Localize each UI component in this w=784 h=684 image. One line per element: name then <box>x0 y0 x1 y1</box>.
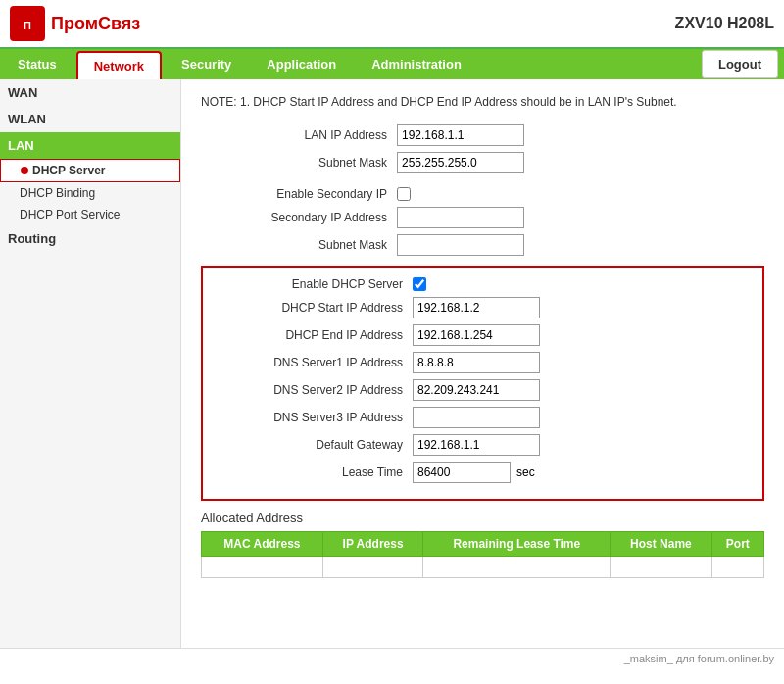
dns2-row: DNS Server2 IP Address <box>217 379 749 401</box>
nav-bar: Status Network Security Application Admi… <box>0 49 784 79</box>
subnet-mask-2-row: Subnet Mask <box>201 234 764 256</box>
nav-administration[interactable]: Administration <box>354 49 479 79</box>
dhcp-start-row: DHCP Start IP Address <box>217 297 749 318</box>
col-port: Port <box>711 532 763 557</box>
col-mac: MAC Address <box>202 532 323 557</box>
lan-ip-row: LAN IP Address <box>201 124 764 146</box>
secondary-ip-row: Secondary IP Address <box>201 207 764 228</box>
enable-dhcp-checkbox[interactable] <box>413 277 426 291</box>
enable-dhcp-row: Enable DHCP Server <box>217 277 749 291</box>
dhcp-start-input[interactable] <box>413 297 540 318</box>
dns3-label: DNS Server3 IP Address <box>217 411 413 424</box>
secondary-ip-label: Secondary IP Address <box>201 211 397 224</box>
content-area: NOTE: 1. DHCP Start IP Address and DHCP … <box>181 79 784 648</box>
dhcp-end-row: DHCP End IP Address <box>217 324 749 346</box>
gateway-input[interactable] <box>413 434 540 456</box>
sidebar-item-dhcp-binding[interactable]: DHCP Binding <box>0 182 180 204</box>
lan-ip-label: LAN IP Address <box>201 128 397 142</box>
header: П ПромСвяз ZXV10 H208L <box>0 0 784 49</box>
cell-lease <box>423 557 611 578</box>
logo: П ПромСвяз <box>10 6 140 41</box>
sidebar-item-lan[interactable]: LAN <box>0 132 180 159</box>
nav-status[interactable]: Status <box>0 49 74 79</box>
subnet-mask-1-row: Subnet Mask <box>201 152 764 173</box>
enable-secondary-checkbox[interactable] <box>397 187 411 201</box>
lan-ip-input[interactable] <box>397 124 524 146</box>
gateway-label: Default Gateway <box>217 438 413 452</box>
dns1-label: DNS Server1 IP Address <box>217 356 413 369</box>
logo-icon: П <box>10 6 45 41</box>
lease-label: Lease Time <box>217 465 413 479</box>
nav-application[interactable]: Application <box>249 49 354 79</box>
subnet-mask-1-input[interactable] <box>397 152 524 173</box>
dns1-row: DNS Server1 IP Address <box>217 352 749 373</box>
sidebar-item-routing[interactable]: Routing <box>0 225 180 252</box>
cell-port <box>711 557 763 578</box>
subnet-mask-2-input[interactable] <box>397 234 524 256</box>
secondary-ip-input[interactable] <box>397 207 524 228</box>
cell-ip <box>322 557 423 578</box>
device-title: ZXV10 H208L <box>675 15 774 32</box>
allocated-table: MAC Address IP Address Remaining Lease T… <box>201 531 764 578</box>
col-lease: Remaining Lease Time <box>423 532 611 557</box>
dns2-input[interactable] <box>413 379 540 401</box>
col-ip: IP Address <box>322 532 423 557</box>
main-layout: WAN WLAN LAN DHCP Server DHCP Binding DH… <box>0 79 784 648</box>
logo-text: ПромСвяз <box>51 14 140 34</box>
dns2-label: DNS Server2 IP Address <box>217 383 413 397</box>
subnet-mask-1-label: Subnet Mask <box>201 156 397 170</box>
nav-security[interactable]: Security <box>164 49 249 79</box>
lease-row: Lease Time sec <box>217 462 749 483</box>
dhcp-section: Enable DHCP Server DHCP Start IP Address… <box>201 266 764 501</box>
footer: _maksim_ для forum.onliner.by <box>0 648 784 668</box>
enable-dhcp-label: Enable DHCP Server <box>217 277 413 291</box>
allocated-title: Allocated Address <box>201 511 764 525</box>
sidebar-item-dhcp-port-service[interactable]: DHCP Port Service <box>0 204 180 225</box>
cell-mac <box>202 557 323 578</box>
sidebar-item-wan[interactable]: WAN <box>0 79 180 106</box>
lease-input[interactable] <box>413 462 511 483</box>
svg-text:П: П <box>24 20 31 31</box>
sidebar-item-wlan[interactable]: WLAN <box>0 106 180 132</box>
dhcp-end-label: DHCP End IP Address <box>217 328 413 342</box>
enable-secondary-label: Enable Secondary IP <box>201 187 397 201</box>
gateway-row: Default Gateway <box>217 434 749 456</box>
logout-button[interactable]: Logout <box>702 50 778 78</box>
lease-unit: sec <box>516 465 535 479</box>
dhcp-start-label: DHCP Start IP Address <box>217 301 413 315</box>
dns3-row: DNS Server3 IP Address <box>217 407 749 428</box>
sidebar-item-dhcp-server[interactable]: DHCP Server <box>0 159 180 182</box>
note-box: NOTE: 1. DHCP Start IP Address and DHCP … <box>201 93 764 111</box>
table-row <box>202 557 764 578</box>
sidebar: WAN WLAN LAN DHCP Server DHCP Binding DH… <box>0 79 181 648</box>
footer-text: _maksim_ для forum.onliner.by <box>624 653 774 664</box>
dot-icon <box>21 167 28 174</box>
enable-secondary-row: Enable Secondary IP <box>201 187 764 201</box>
nav-network[interactable]: Network <box>76 51 162 79</box>
dhcp-end-input[interactable] <box>413 324 540 346</box>
dns1-input[interactable] <box>413 352 540 373</box>
cell-host <box>611 557 712 578</box>
dns3-input[interactable] <box>413 407 540 428</box>
col-host: Host Name <box>611 532 712 557</box>
subnet-mask-2-label: Subnet Mask <box>201 238 397 252</box>
